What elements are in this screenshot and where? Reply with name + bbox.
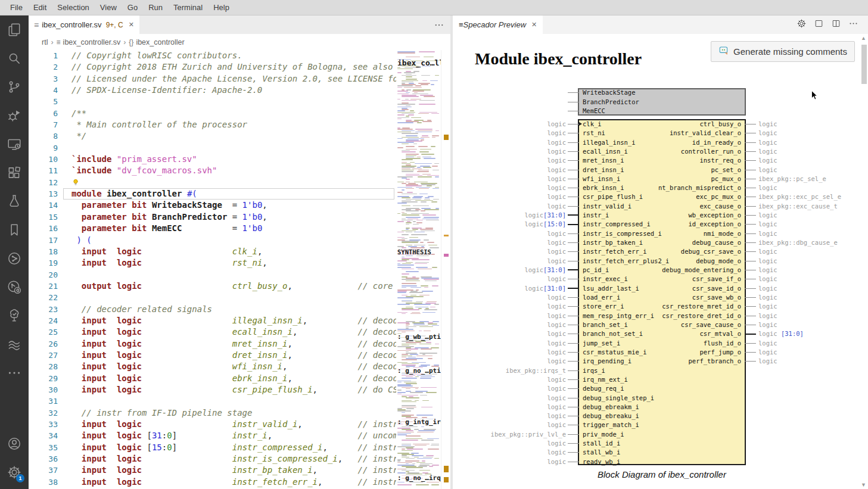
scrollbar-thumb[interactable] (861, 45, 867, 84)
menu-terminal[interactable]: Terminal (168, 0, 208, 15)
minimap-line (402, 214, 419, 216)
minimap[interactable]: ibex_co…llerSYNTHESIS: g_wb_…ptic: g_no_… (396, 50, 441, 489)
minimap-line (417, 432, 434, 433)
menu-view[interactable]: View (95, 0, 122, 15)
lightbulb-icon[interactable] (71, 178, 81, 186)
code-line[interactable]: 20 (29, 269, 396, 281)
gear-button[interactable] (797, 18, 807, 31)
scroll-down-icon[interactable]: ▼ (861, 482, 866, 488)
menu-help[interactable]: Help (208, 0, 235, 15)
code-line[interactable]: 32 // instr from IF-ID pipeline stage (29, 407, 396, 419)
code-line[interactable]: 10`include "prim_assert.sv" (29, 154, 396, 165)
code-line[interactable]: 28 input logic wfi_insn_i, // decod (29, 361, 396, 372)
menu-selection[interactable]: Selection (52, 0, 94, 15)
activity-settings[interactable]: 1 (0, 458, 29, 487)
activity-bookmarks[interactable] (0, 216, 29, 244)
code-line[interactable]: 4// SPDX-License-Identifier: Apache-2.0 (29, 85, 396, 96)
breadcrumb-item-ibex_controller[interactable]: ibex_controller (136, 38, 184, 46)
code-line[interactable]: 2// Copyright 2018 ETH Zurich and Univer… (29, 61, 396, 73)
code-line[interactable]: 6/** (29, 108, 396, 119)
menu-run[interactable]: Run (143, 0, 168, 15)
activity-explorer[interactable] (0, 15, 29, 44)
overview-ruler[interactable] (441, 50, 450, 489)
code-line[interactable]: 5 (29, 96, 396, 107)
code-line[interactable]: 24 input logic illegal_insn_i, // decod (29, 315, 396, 326)
minimap-line (406, 135, 418, 136)
menu-go[interactable]: Go (122, 0, 143, 15)
minimap-line (397, 52, 415, 54)
code-line[interactable]: 27 input logic dret_insn_i, // decod (29, 350, 396, 361)
code-line[interactable]: 25 input logic ecall_insn_i, // decod (29, 326, 396, 338)
breadcrumb[interactable]: rtl›≡ibex_controller.sv›{}ibex_controlle… (29, 34, 450, 50)
bookmark-icon (7, 222, 22, 238)
code-line[interactable]: 22 (29, 292, 396, 303)
code-line[interactable]: 15 parameter bit BranchPredictor = 1'b0, (29, 211, 396, 223)
code-line[interactable]: 31 (29, 395, 396, 407)
scroll-up-icon[interactable]: ▲ (861, 35, 866, 41)
minimap-line (419, 326, 433, 328)
code-line[interactable]: 35 input logic [15:0] instr_compressed_i… (29, 442, 396, 453)
activity-timeline-graph[interactable] (0, 244, 29, 273)
line-number: 15 (29, 211, 58, 223)
code-line[interactable]: 19 input logic rst_ni, (29, 257, 396, 269)
activity-waves[interactable] (0, 330, 29, 359)
close-icon[interactable]: ✕ (531, 21, 537, 29)
code-line[interactable]: 16 parameter bit MemECC = 1'b0 (29, 223, 396, 234)
minimap-line (432, 285, 438, 286)
code-line[interactable]: 14 parameter bit WritebackStage = 1'b0, (29, 200, 396, 211)
code-editor[interactable]: 1// Copyright lowRISC contributors.2// C… (29, 50, 396, 489)
activity-more-views[interactable] (0, 359, 29, 387)
line-text: parameter bit BranchPredictor = 1'b0, (58, 212, 267, 222)
minimap-line (402, 356, 412, 357)
code-line[interactable]: 3// Licensed under the Apache License, V… (29, 73, 396, 85)
code-line[interactable]: 11`include "dv_fcov_macros.svh" (29, 165, 396, 176)
tab-specador-preview[interactable]: ≡ Specador Preview ✕ (453, 15, 543, 34)
close-icon[interactable]: ✕ (129, 21, 134, 29)
menu-file[interactable]: File (5, 0, 28, 15)
code-line[interactable]: 13module ibex_controller #( (29, 188, 396, 200)
code-line[interactable]: 29 input logic ebrk_insn_i, // decod (29, 373, 396, 384)
ellipsis-button[interactable] (848, 18, 858, 31)
port-wire (568, 316, 579, 316)
code-line[interactable]: 9 (29, 142, 396, 154)
code-line[interactable]: 21 output logic ctrl_busy_o, // core (29, 281, 396, 292)
code-line[interactable]: 7 * Main controller of the processor (29, 119, 396, 130)
activity-remote-explorer[interactable] (0, 130, 29, 158)
code-line[interactable]: 17 ) ( (29, 235, 396, 246)
activity-extensions[interactable] (0, 158, 29, 187)
minimap-line (397, 192, 403, 193)
line-number: 30 (29, 384, 58, 395)
code-line[interactable]: 1// Copyright lowRISC contributors. (29, 50, 396, 61)
code-line[interactable]: 30 input logic csr_pipe_flush_i, // do C… (29, 384, 396, 395)
tab-ibex-controller[interactable]: ≡ ibex_controller.sv 9+, C ✕ (29, 15, 139, 34)
code-line[interactable]: 18 input logic clk_i, (29, 246, 396, 257)
minimap-line (435, 130, 439, 132)
preview-scrollbar[interactable]: ▲ ▼ (861, 34, 867, 489)
code-line[interactable]: 33 input logic instr_valid_i, // instr (29, 419, 396, 430)
code-line[interactable]: 38 input logic instr_fetch_err_i, // ins… (29, 476, 396, 488)
activity-search[interactable] (0, 44, 29, 73)
breadcrumb-item-rtl[interactable]: rtl (42, 38, 48, 46)
open-preview-button[interactable] (814, 18, 824, 31)
menu-edit[interactable]: Edit (28, 0, 52, 15)
clock-marker (579, 122, 582, 126)
code-line[interactable]: 23 // decoder related signals (29, 304, 396, 315)
split-editor-button[interactable] (831, 18, 841, 31)
code-line[interactable]: 8 */ (29, 130, 396, 142)
code-line[interactable]: 26 input logic mret_insn_i, // decod (29, 338, 396, 350)
code-line[interactable]: 37 input logic instr_bp_taken_i, // inst… (29, 465, 396, 476)
code-line[interactable]: 34 input logic [31:0] instr_i, // uncom (29, 430, 396, 441)
minimap-section-label: : g_no_…ptic (397, 367, 441, 375)
modified-marker (444, 254, 449, 257)
activity-source-control[interactable] (0, 73, 29, 101)
breadcrumb-item-ibex_controller.sv[interactable]: ibex_controller.sv (63, 38, 121, 46)
editor-actions-more[interactable] (434, 15, 450, 34)
code-line[interactable]: 12 (29, 177, 396, 188)
activity-run-debug[interactable] (0, 101, 29, 130)
code-line[interactable]: 36 input logic instr_is_compressed_i, //… (29, 453, 396, 465)
activity-code-graph[interactable] (0, 273, 29, 301)
activity-account[interactable] (0, 429, 29, 458)
activity-testing[interactable] (0, 187, 29, 216)
minimap-line (431, 445, 439, 446)
activity-todo-tree[interactable] (0, 301, 29, 330)
